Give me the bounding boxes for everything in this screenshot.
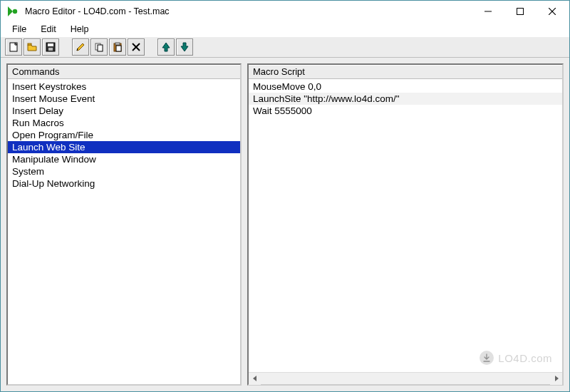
svg-rect-9 bbox=[48, 43, 53, 46]
watermark: LO4D.com bbox=[480, 351, 552, 365]
command-item[interactable]: Dial-Up Networking bbox=[8, 177, 240, 190]
script-list[interactable]: MouseMove 0,0LaunchSite "http://www.lo4d… bbox=[249, 79, 562, 118]
svg-rect-10 bbox=[48, 48, 53, 51]
command-item[interactable]: Open Program/File bbox=[8, 129, 240, 141]
app-icon bbox=[6, 5, 19, 18]
script-panel: Macro Script MouseMove 0,0LaunchSite "ht… bbox=[247, 63, 564, 386]
app-window: Macro Editor - LO4D.com - Test.mac File … bbox=[0, 0, 570, 392]
commands-header: Commands bbox=[8, 65, 240, 79]
copy-button[interactable] bbox=[90, 38, 108, 56]
command-item[interactable]: Insert Keystrokes bbox=[8, 81, 240, 93]
commands-body: Insert KeystrokesInsert Mouse EventInser… bbox=[8, 79, 240, 384]
command-item[interactable]: Insert Mouse Event bbox=[8, 93, 240, 105]
toolbar bbox=[1, 36, 569, 58]
scroll-left-icon[interactable] bbox=[249, 373, 261, 385]
script-line[interactable]: Wait 5555000 bbox=[249, 105, 562, 117]
command-item[interactable]: Launch Web Site bbox=[8, 141, 240, 153]
new-button[interactable] bbox=[5, 38, 22, 56]
script-body: MouseMove 0,0LaunchSite "http://www.lo4d… bbox=[249, 79, 562, 372]
svg-marker-0 bbox=[8, 6, 13, 16]
command-item[interactable]: Insert Delay bbox=[8, 105, 240, 117]
svg-point-1 bbox=[13, 9, 17, 14]
svg-marker-22 bbox=[555, 376, 559, 381]
svg-rect-3 bbox=[517, 8, 523, 14]
script-line[interactable]: MouseMove 0,0 bbox=[249, 81, 562, 93]
menu-file[interactable]: File bbox=[5, 24, 33, 35]
command-item[interactable]: Manipulate Window bbox=[8, 153, 240, 165]
titlebar: Macro Editor - LO4D.com - Test.mac bbox=[1, 1, 569, 22]
svg-rect-13 bbox=[98, 45, 103, 51]
close-button[interactable] bbox=[536, 1, 568, 21]
svg-rect-16 bbox=[116, 46, 121, 51]
commands-panel: Commands Insert KeystrokesInsert Mouse E… bbox=[6, 63, 242, 386]
open-button[interactable] bbox=[24, 38, 41, 56]
download-icon bbox=[480, 351, 494, 365]
horizontal-scrollbar[interactable] bbox=[249, 372, 562, 384]
client-area: Commands Insert KeystrokesInsert Mouse E… bbox=[1, 58, 569, 391]
command-item[interactable]: System bbox=[8, 165, 240, 177]
svg-marker-21 bbox=[253, 376, 256, 381]
svg-rect-15 bbox=[115, 43, 120, 45]
command-item[interactable]: Run Macros bbox=[8, 117, 240, 129]
paste-button[interactable] bbox=[109, 38, 126, 56]
scroll-right-icon[interactable] bbox=[550, 373, 562, 385]
svg-marker-20 bbox=[181, 43, 188, 51]
svg-rect-7 bbox=[28, 43, 31, 45]
edit-button[interactable] bbox=[72, 38, 89, 56]
menubar: File Edit Help bbox=[1, 22, 569, 36]
watermark-text: LO4D.com bbox=[498, 352, 552, 364]
move-up-button[interactable] bbox=[157, 38, 175, 56]
commands-list[interactable]: Insert KeystrokesInsert Mouse EventInser… bbox=[8, 79, 240, 191]
script-line[interactable]: LaunchSite "http://www.lo4d.com/" bbox=[249, 93, 562, 105]
save-button[interactable] bbox=[42, 38, 59, 56]
script-header: Macro Script bbox=[249, 65, 562, 79]
maximize-button[interactable] bbox=[504, 1, 536, 21]
menu-help[interactable]: Help bbox=[63, 24, 96, 35]
window-controls bbox=[472, 1, 568, 22]
svg-marker-19 bbox=[162, 43, 170, 51]
menu-edit[interactable]: Edit bbox=[33, 24, 63, 35]
delete-button[interactable] bbox=[128, 38, 145, 56]
minimize-button[interactable] bbox=[472, 1, 504, 21]
window-title: Macro Editor - LO4D.com - Test.mac bbox=[25, 6, 472, 16]
move-down-button[interactable] bbox=[176, 38, 193, 56]
